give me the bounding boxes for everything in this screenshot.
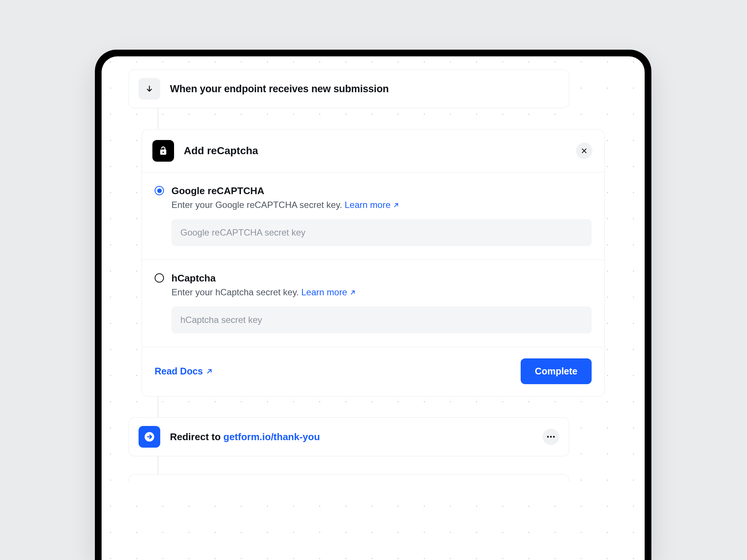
connector-line — [158, 456, 158, 474]
arrow-right-icon — [139, 426, 160, 448]
step-footer: Read Docs Complete — [142, 347, 604, 396]
next-step-stub — [128, 474, 569, 482]
google-recaptcha-secret-input[interactable] — [171, 219, 592, 246]
hcaptcha-secret-input[interactable] — [171, 307, 592, 333]
radio-hcaptcha[interactable] — [155, 273, 164, 283]
option-description: Enter your hCaptcha secret key. Learn mo… — [171, 287, 592, 298]
redirect-url: getform.io/thank-you — [223, 431, 320, 442]
device-frame: When your endpoint receives new submissi… — [95, 50, 651, 560]
option-google-recaptcha: Google reCAPTCHA Enter your Google reCAP… — [142, 172, 604, 259]
complete-button[interactable]: Complete — [521, 358, 592, 384]
trigger-title: When your endpoint receives new submissi… — [170, 83, 389, 95]
svg-point-7 — [547, 436, 549, 438]
step-title: Add reCaptcha — [184, 145, 566, 157]
option-hcaptcha: hCaptcha Enter your hCaptcha secret key.… — [142, 259, 604, 347]
svg-point-9 — [553, 436, 555, 438]
learn-more-link[interactable]: Learn more — [345, 200, 399, 210]
screen: When your endpoint receives new submissi… — [102, 56, 645, 560]
connector-line — [158, 396, 158, 417]
close-icon — [581, 147, 588, 154]
svg-point-8 — [550, 436, 552, 438]
svg-line-4 — [351, 291, 354, 294]
trigger-card[interactable]: When your endpoint receives new submissi… — [128, 69, 569, 108]
learn-more-link[interactable]: Learn more — [301, 287, 356, 297]
lock-icon — [152, 140, 174, 162]
step-header: Add reCaptcha — [142, 130, 604, 172]
connector-line — [158, 108, 158, 129]
option-label: Google reCAPTCHA — [171, 185, 592, 197]
external-link-icon — [350, 287, 356, 298]
redirect-title: Redirect to getform.io/thank-you — [170, 431, 533, 443]
more-options-button[interactable] — [543, 429, 559, 445]
read-docs-link[interactable]: Read Docs — [155, 366, 213, 377]
close-button[interactable] — [576, 143, 592, 159]
option-description: Enter your Google reCAPTCHA secret key. … — [171, 200, 592, 210]
external-link-icon — [393, 200, 399, 211]
arrow-down-icon — [139, 78, 160, 100]
radio-google-recaptcha[interactable] — [155, 186, 164, 195]
recaptcha-step-card: Add reCaptcha Google reCAPTCHA Enter you… — [142, 129, 605, 396]
option-label: hCaptcha — [171, 273, 592, 284]
svg-line-5 — [208, 370, 211, 373]
external-link-icon — [206, 366, 213, 377]
workflow-content: When your endpoint receives new submissi… — [117, 69, 629, 482]
ellipsis-icon — [547, 436, 555, 438]
svg-line-3 — [394, 203, 398, 207]
redirect-card[interactable]: Redirect to getform.io/thank-you — [128, 417, 569, 456]
